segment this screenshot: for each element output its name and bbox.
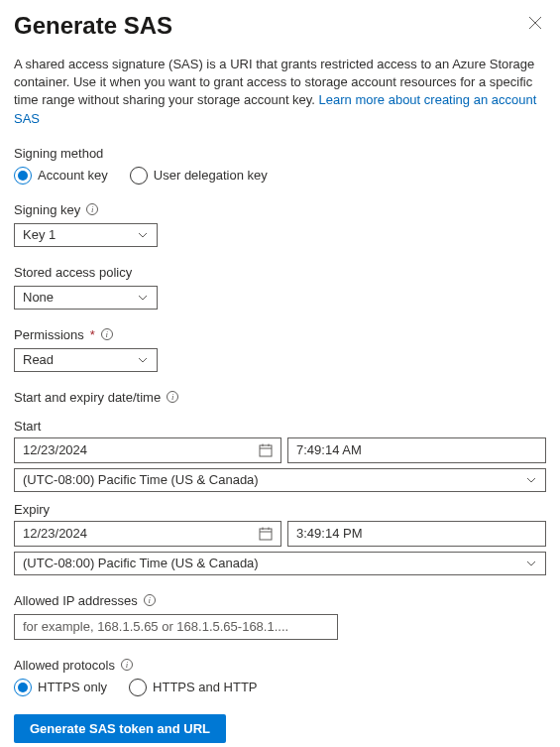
- chevron-down-icon: [525, 558, 537, 569]
- signing-method-label: Signing method: [14, 146, 546, 161]
- radio-icon: [130, 167, 148, 185]
- chevron-down-icon: [137, 354, 149, 366]
- required-indicator: *: [90, 327, 95, 342]
- radio-user-delegation-label: User delegation key: [154, 168, 268, 183]
- expiry-timezone-value: (UTC-08:00) Pacific Time (US & Canada): [23, 556, 525, 570]
- start-time-input[interactable]: 7:49:14 AM: [287, 437, 546, 463]
- stored-policy-value: None: [23, 290, 137, 305]
- start-date-input[interactable]: 12/23/2024: [14, 437, 281, 463]
- allowed-ips-input[interactable]: [14, 614, 338, 640]
- close-icon: [528, 16, 542, 30]
- info-icon[interactable]: i: [144, 594, 156, 606]
- allowed-protocols-label: Allowed protocols: [14, 658, 115, 673]
- radio-icon: [129, 679, 147, 696]
- start-timezone-dropdown[interactable]: (UTC-08:00) Pacific Time (US & Canada): [14, 468, 546, 492]
- svg-rect-4: [260, 529, 272, 540]
- allowed-ips-label: Allowed IP addresses: [14, 593, 138, 608]
- page-title: Generate SAS: [14, 12, 172, 40]
- datetime-section-label: Start and expiry date/time: [14, 390, 161, 405]
- chevron-down-icon: [137, 292, 149, 304]
- start-date-value: 12/23/2024: [23, 442, 259, 457]
- calendar-icon: [259, 443, 273, 457]
- description-text: A shared access signature (SAS) is a URI…: [14, 56, 546, 128]
- expiry-timezone-dropdown[interactable]: (UTC-08:00) Pacific Time (US & Canada): [14, 552, 546, 575]
- signing-key-label: Signing key: [14, 202, 80, 217]
- radio-account-key-label: Account key: [38, 168, 108, 183]
- start-timezone-value: (UTC-08:00) Pacific Time (US & Canada): [23, 472, 525, 487]
- start-label: Start: [14, 419, 546, 434]
- info-icon[interactable]: i: [121, 659, 133, 671]
- permissions-value: Read: [23, 352, 137, 367]
- close-button[interactable]: [524, 12, 546, 37]
- generate-button[interactable]: Generate SAS token and URL: [14, 714, 226, 743]
- radio-icon: [14, 167, 32, 185]
- expiry-date-input[interactable]: 12/23/2024: [14, 521, 281, 547]
- info-icon[interactable]: i: [86, 203, 98, 215]
- permissions-label: Permissions: [14, 327, 84, 342]
- signing-key-dropdown[interactable]: Key 1: [14, 223, 158, 247]
- calendar-icon: [259, 527, 273, 541]
- permissions-dropdown[interactable]: Read: [14, 348, 158, 372]
- start-time-value: 7:49:14 AM: [296, 442, 362, 457]
- expiry-date-value: 12/23/2024: [23, 526, 259, 541]
- radio-https-http-label: HTTPS and HTTP: [153, 680, 257, 694]
- stored-policy-dropdown[interactable]: None: [14, 286, 158, 310]
- chevron-down-icon: [525, 474, 537, 486]
- expiry-label: Expiry: [14, 502, 546, 517]
- radio-user-delegation[interactable]: User delegation key: [130, 167, 268, 185]
- expiry-time-input[interactable]: 3:49:14 PM: [287, 521, 546, 547]
- info-icon[interactable]: i: [167, 391, 178, 403]
- signing-key-value: Key 1: [23, 227, 137, 242]
- radio-account-key[interactable]: Account key: [14, 167, 108, 185]
- radio-https-only-label: HTTPS only: [38, 680, 107, 694]
- info-icon[interactable]: i: [101, 328, 113, 340]
- expiry-time-value: 3:49:14 PM: [296, 526, 363, 541]
- svg-rect-0: [260, 445, 272, 456]
- chevron-down-icon: [137, 229, 149, 241]
- radio-https-only[interactable]: HTTPS only: [14, 679, 107, 696]
- radio-icon: [14, 679, 32, 696]
- stored-policy-label: Stored access policy: [14, 265, 546, 280]
- radio-https-http[interactable]: HTTPS and HTTP: [129, 679, 257, 696]
